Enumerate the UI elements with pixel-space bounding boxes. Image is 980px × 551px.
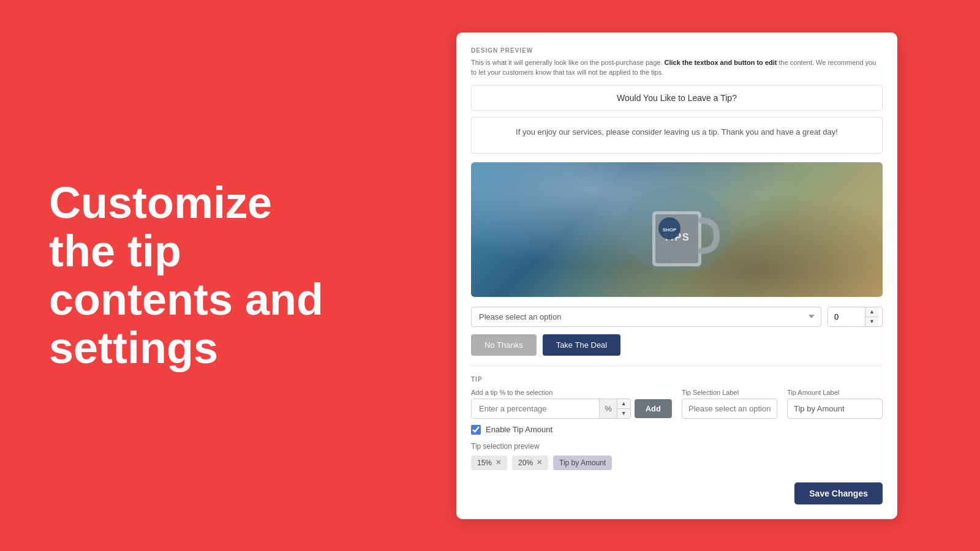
- add-tip-field-label: Add a tip % to the selection: [471, 389, 672, 396]
- tip-tag-20-close[interactable]: ✕: [537, 459, 542, 467]
- tip-tag-15-close[interactable]: ✕: [496, 459, 501, 467]
- tip-tag-15: 15% ✕: [471, 455, 507, 470]
- no-thanks-button[interactable]: No Thanks: [471, 334, 537, 356]
- controls-row: Please select an option ▲ ▼: [471, 307, 883, 327]
- title-textbox[interactable]: Would You Like to Leave a Tip?: [471, 85, 883, 111]
- number-input-wrap: ▲ ▼: [827, 307, 883, 327]
- design-card: DESIGN PREVIEW This is what it will gene…: [456, 32, 897, 519]
- enable-tip-label[interactable]: Enable Tip Amount: [486, 425, 552, 434]
- enable-tip-row: Enable Tip Amount: [471, 425, 883, 435]
- tip-amount-label-group: Tip Amount Label: [787, 389, 883, 419]
- save-row: Save Changes: [471, 482, 883, 504]
- save-button[interactable]: Save Changes: [794, 482, 883, 504]
- pct-spinner-down[interactable]: ▼: [617, 409, 630, 418]
- tip-selection-label-group: Tip Selection Label: [682, 389, 777, 419]
- right-panel: DESIGN PREVIEW This is what it will gene…: [398, 0, 980, 551]
- divider: [471, 365, 883, 366]
- tip-tags-row: 15% ✕ 20% ✕ Tip by Amount: [471, 455, 883, 470]
- title-text: Would You Like to Leave a Tip?: [617, 93, 737, 103]
- subtitle-text: If you enjoy our services, please consid…: [516, 127, 838, 137]
- spinner-buttons: ▲ ▼: [865, 307, 878, 326]
- tip-tag-by-amount: Tip by Amount: [553, 455, 612, 470]
- enable-tip-checkbox[interactable]: [471, 425, 481, 435]
- percentage-input[interactable]: [472, 399, 599, 418]
- tip-tag-20: 20% ✕: [512, 455, 548, 470]
- take-deal-button[interactable]: Take The Deal: [543, 334, 621, 356]
- action-buttons-row: No Thanks Take The Deal: [471, 334, 883, 356]
- pct-symbol: %: [599, 399, 617, 418]
- design-preview-label: DESIGN PREVIEW: [471, 47, 883, 54]
- add-button[interactable]: Add: [635, 399, 672, 418]
- option-select[interactable]: Please select an option: [471, 307, 821, 327]
- tip-amount-input[interactable]: [787, 399, 883, 419]
- preview-description: This is what it will generally look like…: [471, 58, 883, 78]
- tip-tag-15-label: 15%: [477, 459, 492, 467]
- tip-image: TIPS SHOP: [471, 162, 883, 297]
- tip-section-label: TIP: [471, 376, 883, 383]
- add-tip-section: Add a tip % to the selection % ▲ ▼ Add: [471, 389, 672, 419]
- number-input[interactable]: [828, 307, 865, 326]
- spinner-down-button[interactable]: ▼: [865, 317, 878, 326]
- preview-desc-normal: This is what it will generally look like…: [471, 59, 662, 66]
- tip-tag-20-label: 20%: [518, 459, 533, 467]
- mug-svg: TIPS SHOP: [616, 174, 738, 285]
- add-tip-inputs: % ▲ ▼ Add: [471, 399, 672, 419]
- tip-preview-label: Tip selection preview: [471, 442, 883, 451]
- subtitle-textbox[interactable]: If you enjoy our services, please consid…: [471, 117, 883, 154]
- left-panel: Customize the tip contents and settings: [0, 0, 398, 551]
- spinner-up-button[interactable]: ▲: [865, 307, 878, 317]
- pct-spinner-up[interactable]: ▲: [617, 399, 630, 409]
- percentage-input-wrap: % ▲ ▼: [471, 399, 631, 419]
- tip-main-row: Add a tip % to the selection % ▲ ▼ Add: [471, 389, 883, 419]
- hero-heading: Customize the tip contents and settings: [49, 179, 349, 373]
- tip-tag-by-amount-label: Tip by Amount: [559, 459, 606, 467]
- preview-desc-bold: Click the textbox and button to edit: [665, 59, 777, 66]
- tip-selection-label-text: Tip Selection Label: [682, 389, 777, 396]
- svg-text:SHOP: SHOP: [663, 227, 677, 233]
- tip-label-fields: Tip Selection Label Tip Amount Label: [682, 389, 883, 419]
- pct-spinner: ▲ ▼: [617, 399, 630, 418]
- tip-selection-input[interactable]: [682, 399, 777, 419]
- tip-amount-label-text: Tip Amount Label: [787, 389, 883, 396]
